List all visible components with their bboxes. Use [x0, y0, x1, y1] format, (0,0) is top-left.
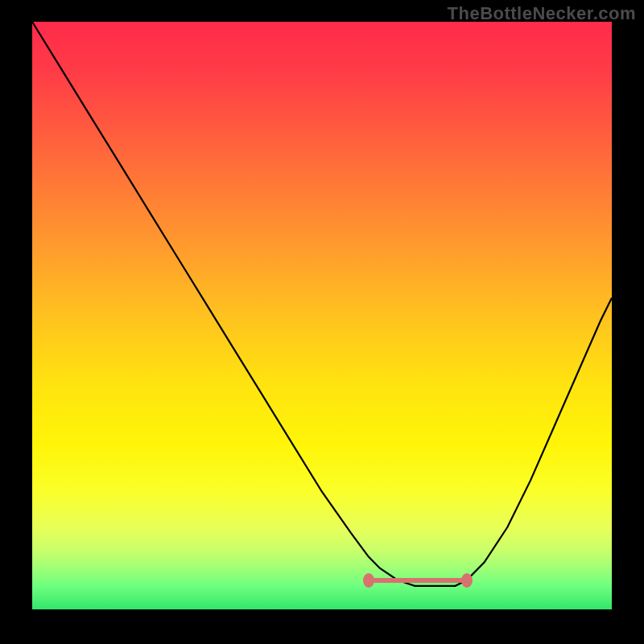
- chart-frame: TheBottleNecker.com: [0, 0, 644, 644]
- bottleneck-curve: [32, 22, 612, 609]
- plot-area: [32, 22, 612, 609]
- watermark-text: TheBottleNecker.com: [448, 3, 636, 24]
- optimal-band: [369, 578, 467, 583]
